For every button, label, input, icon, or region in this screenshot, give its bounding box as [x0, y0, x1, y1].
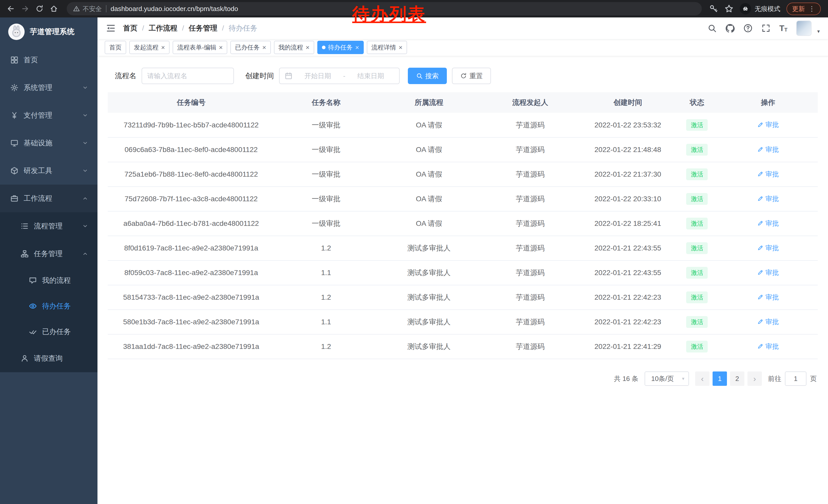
- cell-status: 激活: [676, 236, 718, 261]
- sidebar-item-11[interactable]: 请假查询: [0, 345, 97, 372]
- close-icon[interactable]: ×: [355, 44, 359, 51]
- tab-4[interactable]: 我的流程×: [274, 41, 314, 54]
- font-size-icon[interactable]: TT: [779, 24, 787, 32]
- next-page-button[interactable]: ›: [747, 371, 762, 386]
- status-badge: 激活: [686, 341, 708, 353]
- tab-1[interactable]: 发起流程×: [129, 41, 170, 54]
- sidebar-item-1[interactable]: 系统管理: [0, 74, 97, 101]
- process-name-input[interactable]: [141, 68, 234, 84]
- github-icon[interactable]: [726, 24, 735, 33]
- security-chip[interactable]: 不安全: [73, 5, 102, 13]
- sidebar-item-4[interactable]: 研发工具: [0, 157, 97, 185]
- cell-task-name: 1.2: [275, 236, 377, 261]
- approve-label: 审批: [765, 170, 779, 179]
- table-header-row: 任务编号任务名称所属流程流程发起人创建时间状态操作: [108, 92, 818, 113]
- cell-starter: 芋道源码: [481, 285, 580, 310]
- sidebar-item-3[interactable]: 基础设施: [0, 129, 97, 157]
- cell-task-name: 一级审批: [275, 211, 377, 236]
- search-button-icon: [416, 73, 423, 79]
- sidebar-item-5[interactable]: 工作流程: [0, 185, 97, 212]
- tab-6[interactable]: 流程详情×: [367, 41, 407, 54]
- approve-link[interactable]: 审批: [757, 219, 779, 228]
- fullscreen-icon[interactable]: [761, 24, 771, 33]
- avatar[interactable]: [796, 20, 812, 36]
- cell-task-name: 1.1: [275, 310, 377, 334]
- tab-5[interactable]: 待办任务×: [317, 41, 364, 54]
- sidebar-item-2[interactable]: 支付管理: [0, 101, 97, 129]
- total-count: 共 16 条: [614, 374, 638, 383]
- approve-link[interactable]: 审批: [757, 293, 779, 302]
- approve-label: 审批: [765, 219, 779, 228]
- close-icon[interactable]: ×: [306, 44, 309, 51]
- cell-create-time: 2022-01-22 23:53:32: [580, 113, 676, 137]
- approve-link[interactable]: 审批: [757, 145, 779, 154]
- bookmark-star-icon[interactable]: [724, 4, 734, 13]
- approve-link[interactable]: 审批: [757, 194, 779, 203]
- cell-action: 审批: [718, 211, 818, 236]
- app-logo[interactable]: 芋道管理系统: [0, 17, 97, 46]
- search-icon[interactable]: [707, 24, 717, 33]
- status-badge: 激活: [686, 291, 708, 303]
- status-badge: 激活: [686, 144, 708, 155]
- cell-task-name: 1.2: [275, 285, 377, 310]
- pencil-icon: [757, 171, 763, 177]
- tab-2[interactable]: 流程表单-编辑×: [173, 41, 227, 54]
- leave-query-icon: [20, 354, 29, 363]
- back-icon[interactable]: [4, 2, 17, 15]
- prev-page-button[interactable]: ‹: [695, 371, 709, 386]
- page-size-select[interactable]: 10条/页 ▾: [645, 371, 689, 386]
- sidebar-item-9[interactable]: 待办任务: [0, 293, 97, 319]
- breadcrumb-item: 待办任务: [229, 23, 257, 33]
- column-header: 流程发起人: [481, 92, 580, 113]
- approve-link[interactable]: 审批: [757, 170, 779, 179]
- task-table: 任务编号任务名称所属流程流程发起人创建时间状态操作 73211d9d-7b9b-…: [108, 92, 818, 359]
- tab-0[interactable]: 首页: [105, 41, 126, 54]
- forward-icon[interactable]: [18, 2, 32, 15]
- breadcrumb-item[interactable]: 工作流程: [149, 23, 177, 33]
- kebab-menu-icon[interactable]: ⋮: [809, 5, 815, 13]
- approve-link[interactable]: 审批: [757, 342, 779, 351]
- table-row: 8f0d1619-7ac8-11ec-a9e2-a2380e71991a1.2测…: [108, 236, 818, 261]
- cell-process: 测试多审批人: [378, 285, 481, 310]
- sidebar-item-6[interactable]: 流程管理: [0, 212, 97, 240]
- gear-icon: [10, 84, 18, 92]
- approve-link[interactable]: 审批: [757, 120, 779, 129]
- help-icon[interactable]: [743, 24, 753, 33]
- breadcrumb-item[interactable]: 首页: [123, 23, 137, 33]
- approve-label: 审批: [765, 194, 779, 203]
- home-icon[interactable]: [47, 2, 60, 15]
- pencil-icon: [757, 294, 763, 300]
- app-title: 芋道管理系统: [30, 27, 74, 37]
- close-icon[interactable]: ×: [161, 44, 165, 51]
- sidebar-item-7[interactable]: 任务管理: [0, 240, 97, 268]
- chevron-up-icon: [82, 251, 88, 257]
- search-button[interactable]: 搜索: [408, 68, 447, 84]
- password-key-icon[interactable]: [709, 4, 718, 13]
- sidebar-item-label: 已办任务: [42, 327, 97, 336]
- page-button-1[interactable]: 1: [713, 371, 727, 386]
- approve-link[interactable]: 审批: [757, 243, 779, 253]
- breadcrumb-item[interactable]: 任务管理: [189, 23, 217, 33]
- reload-icon[interactable]: [33, 2, 46, 15]
- update-button[interactable]: 更新 ⋮: [786, 3, 821, 15]
- cell-task-id: 8f0d1619-7ac8-11ec-a9e2-a2380e71991a: [108, 236, 275, 261]
- close-icon[interactable]: ×: [219, 44, 223, 51]
- refresh-icon: [460, 73, 467, 79]
- avatar-caret-icon[interactable]: ▾: [817, 28, 820, 34]
- approve-label: 审批: [765, 268, 779, 277]
- sidebar-item-0[interactable]: 首页: [0, 46, 97, 74]
- close-icon[interactable]: ×: [399, 44, 403, 51]
- goto-input[interactable]: [785, 371, 806, 386]
- date-range-picker[interactable]: 开始日期 - 结束日期: [279, 68, 400, 84]
- tab-3[interactable]: 已办任务×: [230, 41, 271, 54]
- sidebar-item-10[interactable]: 已办任务: [0, 319, 97, 345]
- sidebar-item-8[interactable]: 我的流程: [0, 268, 97, 293]
- approve-link[interactable]: 审批: [757, 317, 779, 326]
- chevron-down-icon: [82, 85, 88, 91]
- security-label: 不安全: [83, 5, 102, 13]
- collapse-sidebar-icon[interactable]: [106, 23, 116, 33]
- page-button-2[interactable]: 2: [730, 371, 744, 386]
- close-icon[interactable]: ×: [262, 44, 266, 51]
- reset-button[interactable]: 重置: [452, 68, 491, 84]
- approve-link[interactable]: 审批: [757, 268, 779, 277]
